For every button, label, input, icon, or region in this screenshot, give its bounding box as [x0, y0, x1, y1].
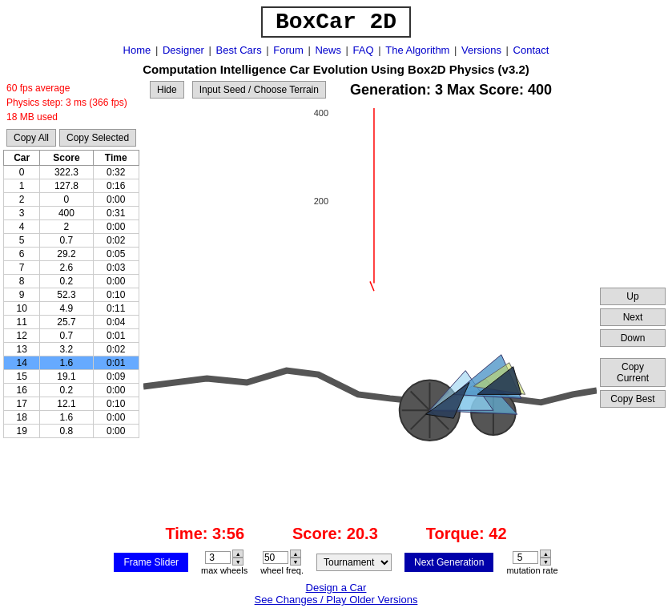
page-wrapper: BoxCar 2D Home | Designer | Best Cars | …: [0, 0, 672, 612]
left-panel: 60 fps average Physics step: 3 ms (366 f…: [3, 79, 143, 520]
mutation-rate-input[interactable]: [513, 551, 538, 564]
table-row[interactable]: 133.20:02: [4, 343, 139, 356]
hide-button[interactable]: Hide: [150, 81, 184, 99]
copy-best-button[interactable]: Copy Best: [600, 390, 666, 408]
mutation-rate-control: ▲ ▼ mutation rate: [506, 550, 557, 575]
nav-algorithm[interactable]: The Algorithm: [385, 44, 449, 56]
col-car: Car: [4, 151, 40, 166]
torque-stat: Torque: 42: [426, 525, 507, 543]
app-title: BoxCar 2D: [261, 6, 411, 38]
mutation-rate-label: mutation rate: [506, 566, 557, 575]
table-row[interactable]: 1127.80:16: [4, 179, 139, 193]
nav-forum[interactable]: Forum: [273, 44, 304, 56]
col-score: Score: [40, 151, 93, 166]
score-stat: Score: 20.3: [292, 525, 378, 543]
frame-slider-button[interactable]: Frame Slider: [114, 553, 188, 572]
table-row[interactable]: 952.30:10: [4, 288, 139, 302]
mutation-rate-down[interactable]: ▼: [540, 558, 551, 566]
copy-all-button[interactable]: Copy All: [6, 129, 56, 147]
table-row[interactable]: 80.20:00: [4, 275, 139, 288]
selection-method-dropdown[interactable]: Tournament Roulette SUS Truncation: [316, 554, 392, 571]
table-row[interactable]: 160.20:00: [4, 384, 139, 397]
table-row[interactable]: 420:00: [4, 220, 139, 234]
table-row[interactable]: 104.90:11: [4, 302, 139, 316]
copy-selected-button[interactable]: Copy Selected: [59, 129, 136, 147]
car-table-body: 0322.30:321127.80:16200:0034000:31420:00…: [4, 166, 139, 438]
time-stat: Time: 3:56: [165, 525, 244, 543]
nav-contact[interactable]: Contact: [513, 44, 549, 56]
bottom-stats: Time: 3:56 Score: 20.3 Torque: 42: [0, 520, 672, 546]
copy-buttons-area: Copy All Copy Selected: [3, 126, 143, 150]
nav-versions[interactable]: Versions: [461, 44, 501, 56]
right-panel: Up Next Down Copy Current Copy Best: [597, 79, 669, 520]
table-row[interactable]: 629.20:05: [4, 248, 139, 261]
page-subtitle: Computation Intelligence Car Evolution U…: [0, 59, 672, 79]
max-wheels-down[interactable]: ▼: [232, 558, 243, 566]
nav-best-cars[interactable]: Best Cars: [216, 44, 262, 56]
bottom-controls: Frame Slider ▲ ▼ max wheels ▲ ▼ wheel fr…: [0, 546, 672, 578]
table-row[interactable]: 50.70:02: [4, 234, 139, 248]
table-row[interactable]: 120.70:01: [4, 329, 139, 343]
next-button[interactable]: Next: [600, 308, 666, 326]
footer-links: Design a Car See Changes / Play Older Ve…: [0, 578, 672, 612]
canvas-area: 400 200: [143, 100, 597, 520]
table-row[interactable]: 1125.70:04: [4, 316, 139, 329]
next-generation-button[interactable]: Next Generation: [404, 553, 493, 572]
top-controls: Hide Input Seed / Choose Terrain Generat…: [143, 79, 597, 100]
copy-current-button[interactable]: Copy Current: [600, 358, 666, 387]
memory-stat: 18 MB used: [6, 110, 140, 124]
wheel-freq-down[interactable]: ▼: [290, 558, 301, 566]
nav-faq[interactable]: FAQ: [353, 44, 374, 56]
physics-stat: Physics step: 3 ms (366 fps): [6, 95, 140, 110]
main-area: 60 fps average Physics step: 3 ms (366 f…: [0, 79, 672, 520]
simulation-svg: [143, 100, 597, 520]
col-time: Time: [93, 151, 139, 166]
wheel-freq-up[interactable]: ▲: [290, 550, 301, 558]
max-wheels-input[interactable]: [205, 551, 231, 564]
table-row[interactable]: 1519.10:09: [4, 370, 139, 384]
fps-stat: 60 fps average: [6, 81, 140, 95]
svg-line-1: [370, 281, 374, 291]
table-row[interactable]: 72.60:03: [4, 261, 139, 275]
nav-news[interactable]: News: [315, 44, 341, 56]
down-button[interactable]: Down: [600, 329, 666, 347]
header-title-area: BoxCar 2D: [0, 0, 672, 41]
wheel-freq-input[interactable]: [263, 551, 288, 564]
see-changes-link[interactable]: See Changes / Play Older Versions: [255, 594, 418, 606]
wheel-freq-label: wheel freq.: [260, 566, 304, 575]
nav-home[interactable]: Home: [123, 44, 151, 56]
design-a-car-link[interactable]: Design a Car: [306, 582, 367, 594]
table-header-row: Car Score Time: [4, 151, 139, 166]
max-wheels-control: ▲ ▼ max wheels: [201, 550, 247, 575]
table-row[interactable]: 190.80:00: [4, 425, 139, 438]
seed-button[interactable]: Input Seed / Choose Terrain: [192, 81, 326, 99]
table-row[interactable]: 200:00: [4, 193, 139, 207]
generation-info: Generation: 3 Max Score: 400: [350, 82, 552, 99]
table-row[interactable]: 141.60:01: [4, 356, 139, 370]
table-row[interactable]: 34000:31: [4, 207, 139, 220]
nav-designer[interactable]: Designer: [163, 44, 204, 56]
car-table: Car Score Time 0322.30:321127.80:16200:0…: [3, 150, 139, 438]
table-row[interactable]: 0322.30:32: [4, 166, 139, 179]
up-button[interactable]: Up: [600, 288, 666, 305]
max-wheels-up[interactable]: ▲: [232, 550, 243, 558]
wheel-freq-control: ▲ ▼ wheel freq.: [260, 550, 304, 575]
center-panel: Hide Input Seed / Choose Terrain Generat…: [143, 79, 597, 520]
nav-bar: Home | Designer | Best Cars | Forum | Ne…: [0, 41, 672, 59]
mutation-rate-up[interactable]: ▲: [540, 550, 551, 558]
table-row[interactable]: 181.60:00: [4, 411, 139, 425]
max-wheels-label: max wheels: [201, 566, 247, 575]
stats-area: 60 fps average Physics step: 3 ms (366 f…: [3, 79, 143, 126]
table-row[interactable]: 1712.10:10: [4, 397, 139, 411]
